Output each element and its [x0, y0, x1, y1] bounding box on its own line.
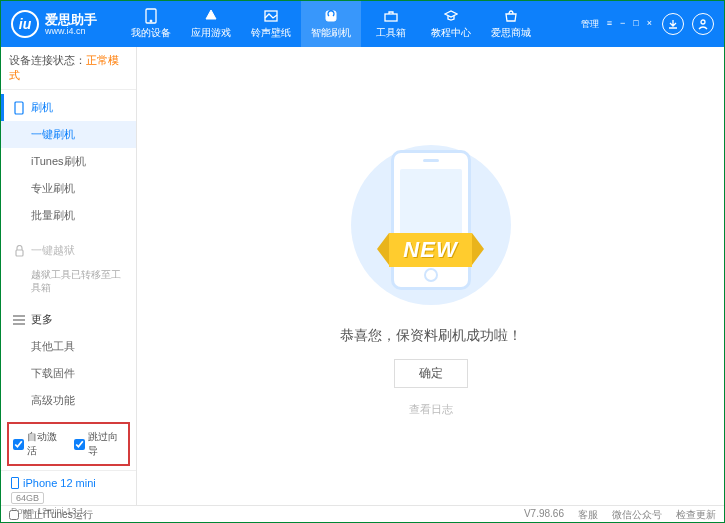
sidebar-item-download-firmware[interactable]: 下载固件: [1, 360, 136, 387]
svg-rect-7: [16, 250, 23, 256]
options-box: 自动激活 跳过向导: [7, 422, 130, 466]
svg-rect-4: [385, 14, 397, 21]
device-name: iPhone 12 mini: [23, 477, 96, 489]
list-icon: [13, 314, 25, 326]
check-update-link[interactable]: 检查更新: [676, 508, 716, 522]
nav-label: 我的设备: [131, 26, 171, 40]
version-label: V7.98.66: [524, 508, 564, 522]
wallpaper-icon: [263, 8, 279, 24]
checkbox-input[interactable]: [13, 439, 24, 450]
close-button[interactable]: ×: [645, 16, 654, 33]
titlebar: iu 爱思助手 www.i4.cn 我的设备 应用游戏 铃声壁纸 智能刷机 工具…: [1, 1, 724, 47]
apps-icon: [203, 8, 219, 24]
block-itunes-label: 阻止iTunes运行: [23, 508, 93, 522]
app-title: 爱思助手: [45, 13, 97, 26]
window-buttons: 管理 ≡ − □ ×: [579, 16, 654, 33]
nav-label: 应用游戏: [191, 26, 231, 40]
checkbox-block-itunes[interactable]: [9, 510, 19, 520]
svg-point-5: [701, 20, 705, 24]
download-button[interactable]: [662, 13, 684, 35]
jailbreak-note: 越狱工具已转移至工具箱: [1, 264, 136, 298]
manage-button[interactable]: 管理: [579, 16, 601, 33]
success-message: 恭喜您，保资料刷机成功啦！: [340, 327, 522, 345]
sidebar-item-batch-flash[interactable]: 批量刷机: [1, 202, 136, 229]
sidebar-section-flash[interactable]: 刷机: [1, 94, 136, 121]
section-label: 更多: [31, 312, 53, 327]
sidebar-section-jailbreak: 一键越狱: [1, 237, 136, 264]
nav-toolbox[interactable]: 工具箱: [361, 1, 421, 47]
nav-my-device[interactable]: 我的设备: [121, 1, 181, 47]
svg-rect-3: [326, 11, 336, 21]
sidebar-item-pro-flash[interactable]: 专业刷机: [1, 175, 136, 202]
footer-right: V7.98.66 客服 微信公众号 检查更新: [524, 508, 716, 522]
logo-area: iu 爱思助手 www.i4.cn: [11, 10, 121, 38]
logo-icon: iu: [11, 10, 39, 38]
status-label: 设备连接状态：: [9, 54, 86, 66]
title-right: 管理 ≡ − □ ×: [579, 13, 714, 35]
wechat-link[interactable]: 微信公众号: [612, 508, 662, 522]
phone-icon: [11, 477, 19, 489]
support-link[interactable]: 客服: [578, 508, 598, 522]
ribbon-text: NEW: [389, 233, 471, 267]
checkbox-input[interactable]: [74, 439, 85, 450]
nav-label: 工具箱: [376, 26, 406, 40]
content: 设备连接状态：正常模式 刷机 一键刷机 iTunes刷机 专业刷机 批量刷机 一…: [1, 47, 724, 505]
footer: 阻止iTunes运行 V7.98.66 客服 微信公众号 检查更新: [1, 505, 724, 523]
nav-tutorials[interactable]: 教程中心: [421, 1, 481, 47]
phone-icon: [143, 8, 159, 24]
phone-icon: [13, 102, 25, 114]
checkbox-label: 跳过向导: [88, 430, 125, 458]
main-panel: NEW 恭喜您，保资料刷机成功啦！ 确定 查看日志: [137, 47, 724, 505]
sidebar-section-more[interactable]: 更多: [1, 306, 136, 333]
minimize-button[interactable]: −: [618, 16, 627, 33]
confirm-button[interactable]: 确定: [394, 359, 468, 388]
app-url: www.i4.cn: [45, 26, 97, 36]
section-label: 刷机: [31, 100, 53, 115]
svg-rect-6: [15, 102, 23, 114]
sidebar-item-advanced[interactable]: 高级功能: [1, 387, 136, 414]
nav-store[interactable]: 爱思商城: [481, 1, 541, 47]
user-button[interactable]: [692, 13, 714, 35]
nav-ringtones[interactable]: 铃声壁纸: [241, 1, 301, 47]
flash-icon: [323, 8, 339, 24]
checkbox-label: 自动激活: [27, 430, 64, 458]
sidebar: 设备连接状态：正常模式 刷机 一键刷机 iTunes刷机 专业刷机 批量刷机 一…: [1, 47, 137, 505]
lock-icon: [13, 245, 25, 257]
sidebar-item-other-tools[interactable]: 其他工具: [1, 333, 136, 360]
nav-apps[interactable]: 应用游戏: [181, 1, 241, 47]
device-storage: 64GB: [11, 492, 44, 504]
nav-label: 铃声壁纸: [251, 26, 291, 40]
menu-button[interactable]: ≡: [605, 16, 614, 33]
toolbox-icon: [383, 8, 399, 24]
device-name-row: iPhone 12 mini: [11, 477, 126, 489]
sidebar-item-itunes-flash[interactable]: iTunes刷机: [1, 148, 136, 175]
main-nav: 我的设备 应用游戏 铃声壁纸 智能刷机 工具箱 教程中心 爱思商城: [121, 1, 579, 47]
nav-label: 教程中心: [431, 26, 471, 40]
maximize-button[interactable]: □: [631, 16, 640, 33]
footer-left: 阻止iTunes运行: [9, 508, 524, 522]
new-ribbon: NEW: [331, 230, 531, 270]
store-icon: [503, 8, 519, 24]
checkbox-auto-activate[interactable]: 自动激活: [13, 430, 64, 458]
tutorial-icon: [443, 8, 459, 24]
connection-status: 设备连接状态：正常模式: [1, 47, 136, 90]
sidebar-item-oneclick-flash[interactable]: 一键刷机: [1, 121, 136, 148]
nav-label: 爱思商城: [491, 26, 531, 40]
checkbox-skip-guide[interactable]: 跳过向导: [74, 430, 125, 458]
view-log-link[interactable]: 查看日志: [409, 402, 453, 417]
svg-point-1: [150, 20, 152, 22]
nav-label: 智能刷机: [311, 26, 351, 40]
success-illustration: NEW: [321, 135, 541, 315]
nav-flash[interactable]: 智能刷机: [301, 1, 361, 47]
section-label: 一键越狱: [31, 243, 75, 258]
